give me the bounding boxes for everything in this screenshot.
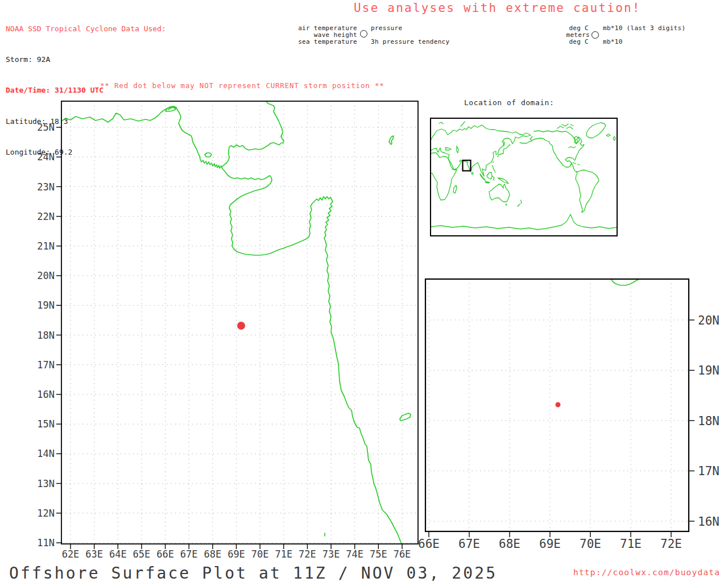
zoom-lon-label: 70E xyxy=(580,537,601,551)
storm-info-block: NOAA SSD Tropical Cyclone Data Used: Sto… xyxy=(6,3,166,178)
main-lat-label: 21N xyxy=(37,240,55,252)
world-great-lakes xyxy=(569,147,576,148)
main-lon-label: 67E xyxy=(180,548,198,560)
world-aleutians xyxy=(520,141,532,143)
storm-id-line: Storm: 92A xyxy=(6,55,166,64)
zoom-lon-label: 66E xyxy=(418,537,440,551)
world-australia xyxy=(489,184,510,202)
latitude-line: Latitude: 18.3 xyxy=(6,117,166,126)
zoom-coastline xyxy=(611,280,638,285)
plot-title: Offshore Surface Plot at 11Z / NOV 03, 2… xyxy=(9,564,497,582)
offshore-surface-plot-page: 62E63E64E65E66E67E68E69E70E71E72E73E74E7… xyxy=(0,0,728,582)
main-lon-label: 73E xyxy=(322,548,340,560)
zoom-lat-label: 17N xyxy=(698,464,719,478)
main-lat-label: 15N xyxy=(37,418,55,430)
main-lon-label: 75E xyxy=(370,548,387,560)
world-uk xyxy=(613,136,615,140)
main-lat-label: 20N xyxy=(37,270,55,281)
main-lon-label: 68E xyxy=(204,548,221,560)
units-circle-icon xyxy=(592,31,599,39)
lagoon-loop xyxy=(166,106,176,111)
storm-position-dot xyxy=(237,322,245,330)
caution-banner: Use analyses with extreme caution! xyxy=(354,1,641,15)
small-lake-ne xyxy=(389,136,394,144)
world-na-west xyxy=(530,136,576,172)
world-map-inset xyxy=(431,118,617,236)
main-lat-label: 17N xyxy=(37,359,55,371)
world-philippines xyxy=(493,165,495,172)
world-madagascar xyxy=(453,185,457,193)
world-africa xyxy=(431,153,457,200)
zoom-lat-label: 16N xyxy=(698,515,719,529)
zoom-lon-label: 69E xyxy=(539,537,561,551)
domain-inset-title: Location of domain: xyxy=(464,98,554,107)
station-circle-icon xyxy=(360,30,367,38)
main-lon-label: 69E xyxy=(228,548,245,560)
world-new-guinea xyxy=(498,178,508,184)
main-lat-label: 12N xyxy=(37,508,55,519)
main-lat-label: 22N xyxy=(37,211,55,222)
zoom-lat-label: 19N xyxy=(698,364,719,377)
world-eurasia xyxy=(431,125,531,176)
main-lon-label: 66E xyxy=(156,548,174,560)
zoom-lon-label: 67E xyxy=(458,537,480,551)
world-caribbean xyxy=(573,163,580,165)
pressure-units: mb*10 (last 3 digits) xyxy=(603,24,685,32)
world-new-zealand xyxy=(518,200,522,206)
zoom-map: 66E67E68E69E70E71E72E20N19N18N17N16N xyxy=(418,279,719,551)
world-black-sea xyxy=(445,148,451,150)
world-sulawesi xyxy=(493,176,494,180)
world-iceland xyxy=(606,134,610,136)
world-sri-lanka xyxy=(471,172,473,174)
main-lon-label: 74E xyxy=(346,548,363,560)
rann-shoreline xyxy=(222,143,282,167)
sea-temperature-label: sea temperature xyxy=(266,38,357,45)
world-svalbard xyxy=(439,122,465,126)
rann-east-shoreline xyxy=(266,101,284,143)
main-lat-label: 14N xyxy=(37,448,55,459)
zoom-lon-label: 71E xyxy=(620,537,642,551)
world-greenland xyxy=(586,123,606,138)
main-lon-label: 65E xyxy=(133,548,151,560)
zoom-lat-label: 18N xyxy=(698,414,719,428)
zoom-lon-label: 72E xyxy=(660,537,682,551)
main-lat-label: 13N xyxy=(37,478,55,489)
main-lon-label: 64E xyxy=(109,548,127,560)
pressure-label: pressure xyxy=(371,24,402,32)
world-java xyxy=(485,182,490,183)
world-south-america xyxy=(576,170,599,213)
zoom-lon-label: 68E xyxy=(499,537,520,551)
source-url-link[interactable]: http://coolwx.com/buoydata xyxy=(573,568,720,577)
main-lon-label: 72E xyxy=(299,548,316,560)
world-caspian xyxy=(457,146,458,153)
world-borneo xyxy=(487,172,492,179)
sea-temp-units: deg C xyxy=(532,38,589,45)
delta-lagoon xyxy=(205,153,212,157)
tendency-units: mb*10 xyxy=(603,38,623,45)
storm-position-warning: ** Red dot below may NOT represent CURRE… xyxy=(100,81,384,90)
zoom-storm-dot xyxy=(556,402,561,408)
main-lat-label: 18N xyxy=(37,330,55,341)
inland-lake xyxy=(400,413,411,421)
main-lon-label: 63E xyxy=(85,548,103,560)
world-kurils xyxy=(506,144,510,148)
noaa-data-line: NOAA SSD Tropical Cyclone Data Used: xyxy=(6,24,166,34)
zoom-map-grid: 66E67E68E69E70E71E72E20N19N18N17N16N xyxy=(418,279,719,551)
main-lon-label: 70E xyxy=(251,548,269,560)
main-lat-label: 11N xyxy=(37,537,55,548)
pressure-tendency-label: 3h pressure tendency xyxy=(371,38,449,45)
main-lat-label: 23N xyxy=(37,181,55,193)
main-lon-label: 71E xyxy=(275,548,292,560)
world-tasmania xyxy=(506,204,507,205)
world-sakhalin xyxy=(504,142,504,146)
world-arctic-islands xyxy=(557,124,573,129)
main-lat-label: 16N xyxy=(37,389,55,400)
main-lon-label: 62E xyxy=(62,548,80,560)
world-antarctica xyxy=(431,214,617,230)
longitude-line: Longitude: 69.2 xyxy=(6,148,166,157)
main-lon-label: 76E xyxy=(394,548,411,560)
main-lat-label: 19N xyxy=(37,300,55,311)
zoom-lat-label: 20N xyxy=(698,314,719,327)
